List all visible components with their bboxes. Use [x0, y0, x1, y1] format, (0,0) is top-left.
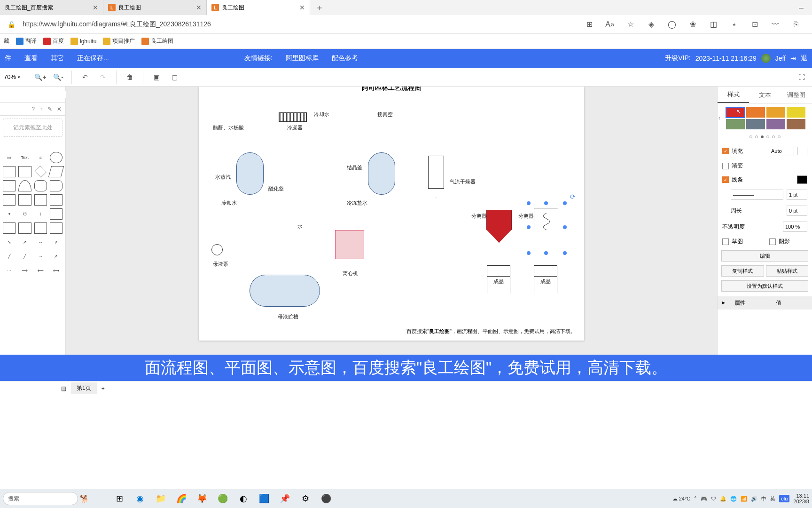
- browser-tab-active[interactable]: L 良工绘图 ✕: [207, 0, 310, 15]
- shape-item[interactable]: [50, 194, 62, 206]
- help-icon[interactable]: ?: [31, 106, 35, 112]
- fill-mode-select[interactable]: Auto: [769, 146, 794, 156]
- logout-icon[interactable]: ⇥: [790, 55, 796, 62]
- username[interactable]: Jeff: [775, 55, 786, 62]
- fill-color-chip[interactable]: [797, 147, 807, 155]
- centrifuge-shape[interactable]: [335, 230, 364, 259]
- shape-item[interactable]: ⟶: [18, 265, 31, 276]
- paste-style-button[interactable]: 粘贴样式: [766, 265, 809, 277]
- task-view-icon[interactable]: ⊞: [110, 489, 129, 508]
- to-front-icon[interactable]: ▣: [150, 71, 163, 84]
- shape-item[interactable]: ⟩: [34, 208, 47, 220]
- copy-style-button[interactable]: 复制样式: [721, 265, 764, 277]
- bookmark-item[interactable]: lghuitu: [70, 38, 96, 45]
- selection-handle[interactable]: [563, 225, 567, 229]
- camera-icon[interactable]: ◐: [234, 489, 253, 508]
- url-text[interactable]: https://www.lghuitu.com/diagrams/#L良工绘图_…: [23, 20, 211, 29]
- selection-handle[interactable]: [544, 201, 548, 205]
- shape-item[interactable]: ↔: [34, 237, 47, 248]
- reactor-shape[interactable]: [236, 152, 264, 195]
- menu-other[interactable]: 其它: [51, 54, 64, 63]
- shape-item[interactable]: [18, 222, 31, 234]
- separator-selected[interactable]: [534, 208, 558, 243]
- zoom-out-icon[interactable]: 🔍-: [52, 71, 65, 84]
- wifi-icon[interactable]: 📶: [741, 496, 747, 502]
- tray-icon[interactable]: 🛡: [711, 496, 716, 501]
- shape-item[interactable]: Text: [18, 152, 31, 163]
- default-style-button[interactable]: 设置为默认样式: [721, 280, 808, 292]
- shape-item[interactable]: [34, 180, 47, 191]
- line-color-chip[interactable]: [797, 175, 807, 184]
- page-tab[interactable]: 第1页: [71, 382, 97, 394]
- tab-adjust[interactable]: 调整图: [781, 87, 812, 103]
- shape-item[interactable]: [18, 194, 31, 206]
- edit-icon[interactable]: ✎: [47, 106, 52, 112]
- edge-icon[interactable]: ◉: [131, 489, 149, 508]
- zoom-in-icon[interactable]: 🔍+: [34, 71, 47, 84]
- logout-label[interactable]: 退: [801, 54, 807, 63]
- selection-handle[interactable]: [563, 251, 567, 255]
- pager-dot[interactable]: [778, 135, 781, 138]
- color-swatch[interactable]: [726, 119, 745, 129]
- shape-item[interactable]: ↗: [50, 251, 62, 262]
- tray-icon[interactable]: clu: [779, 495, 789, 502]
- shape-item[interactable]: ⟷: [50, 265, 62, 276]
- add-icon[interactable]: +: [39, 106, 43, 112]
- weather-widget[interactable]: ☁ 24°C: [672, 496, 691, 502]
- shape-item[interactable]: [34, 222, 47, 234]
- performance-icon[interactable]: 〰: [768, 17, 783, 32]
- shape-item[interactable]: [50, 208, 62, 220]
- close-icon[interactable]: ✕: [57, 106, 62, 112]
- selection-handle[interactable]: [527, 201, 531, 205]
- chrome-icon[interactable]: 🌈: [172, 489, 191, 508]
- reactor-shape[interactable]: [368, 152, 395, 195]
- opacity-input[interactable]: 100 %: [783, 222, 807, 232]
- new-tab-button[interactable]: ＋: [310, 2, 329, 13]
- ime-icon[interactable]: 英: [770, 495, 775, 502]
- tab-style[interactable]: 样式: [718, 87, 749, 103]
- storage-tank[interactable]: [250, 275, 320, 307]
- shape-item[interactable]: ✦: [3, 208, 16, 220]
- ime-icon[interactable]: 中: [761, 495, 766, 502]
- edit-style-button[interactable]: 编辑: [721, 250, 808, 262]
- shape-item[interactable]: [3, 166, 16, 177]
- shape-item[interactable]: ⟵: [34, 265, 47, 276]
- shape-item[interactable]: ⤡: [3, 237, 16, 248]
- shape-item[interactable]: [3, 194, 16, 206]
- delete-icon[interactable]: 🗑: [123, 71, 136, 84]
- dryer-shape[interactable]: [428, 156, 444, 189]
- lock-icon[interactable]: 🔒: [4, 17, 19, 32]
- shape-item[interactable]: ↗: [18, 237, 31, 248]
- extension-icon[interactable]: ❀: [685, 17, 700, 32]
- browser-icon[interactable]: 🟢: [213, 489, 232, 508]
- link-palette[interactable]: 配色参考: [332, 54, 358, 63]
- shape-item[interactable]: →: [34, 251, 47, 262]
- pin-icon[interactable]: 📌: [275, 489, 294, 508]
- shape-item[interactable]: [50, 152, 62, 163]
- minimize-icon[interactable]: —: [790, 0, 812, 15]
- volume-icon[interactable]: 🔊: [751, 496, 757, 502]
- shadow-checkbox[interactable]: [769, 238, 776, 245]
- zoom-select[interactable]: 70%: [4, 73, 20, 80]
- tray-expand-icon[interactable]: ˄: [694, 496, 697, 502]
- close-icon[interactable]: ✕: [196, 4, 202, 11]
- selection-handle[interactable]: [527, 251, 531, 255]
- browser-tab[interactable]: 良工绘图_百度搜索 ✕: [0, 0, 103, 15]
- pages-icon[interactable]: ▤: [61, 385, 66, 392]
- download-icon[interactable]: ⎘: [789, 17, 804, 32]
- explorer-icon[interactable]: 📁: [151, 489, 170, 508]
- color-swatch[interactable]: ↖: [726, 107, 745, 118]
- shape-item[interactable]: [3, 180, 16, 191]
- perimeter-input[interactable]: 0 pt: [787, 206, 807, 216]
- tray-icon[interactable]: 🌐: [730, 496, 737, 502]
- gradient-checkbox[interactable]: [722, 163, 729, 169]
- pager-dot[interactable]: [755, 135, 758, 138]
- sketch-checkbox[interactable]: [722, 238, 729, 245]
- shape-item[interactable]: ▭: [3, 152, 16, 163]
- fullscreen-icon[interactable]: ⛶: [795, 71, 808, 84]
- clock-time[interactable]: 13:11: [793, 493, 809, 499]
- app-icon[interactable]: 🟦: [255, 489, 273, 508]
- tray-icon[interactable]: 🎮: [701, 496, 707, 502]
- tray-icon[interactable]: 🔔: [720, 496, 726, 502]
- star-icon[interactable]: ☆: [623, 17, 638, 32]
